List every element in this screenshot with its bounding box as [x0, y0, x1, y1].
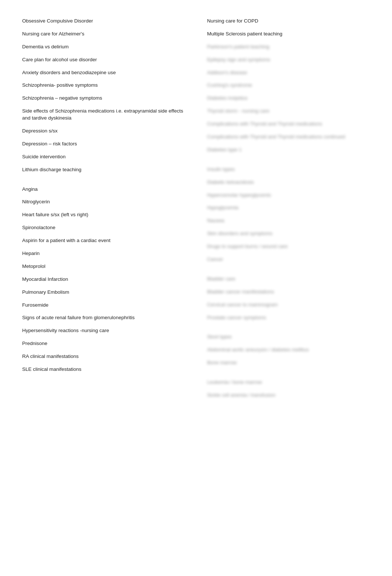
list-item[interactable]: Thyroid storm - nursing care	[207, 105, 370, 118]
list-item[interactable]: Side effects of Schizophrenia medication…	[22, 105, 185, 125]
list-item[interactable]: Bladder care	[207, 273, 370, 286]
spacer	[207, 324, 370, 331]
list-item[interactable]: Aspirin for a patient with a cardiac eve…	[22, 234, 185, 247]
list-item[interactable]: Sickle cell anemia / transfusion	[207, 389, 370, 402]
list-item[interactable]: Nausea	[207, 214, 370, 227]
list-item[interactable]: Complications with Thyroid and Thyroid m…	[207, 131, 370, 144]
spacer	[207, 266, 370, 273]
spacer	[207, 369, 370, 376]
list-item[interactable]: Prednisone	[22, 337, 185, 350]
list-item[interactable]: Care plan for alcohol use disorder	[22, 54, 185, 66]
list-item[interactable]: Bone marrow	[207, 356, 370, 369]
list-item[interactable]: Lithium discharge teaching	[22, 163, 185, 176]
list-item[interactable]: Diabetes type 1	[207, 144, 370, 156]
list-item[interactable]: Nursing care for COPD	[207, 15, 370, 28]
spacer	[207, 156, 370, 163]
list-item[interactable]: Depression – risk factors	[22, 138, 185, 151]
list-item[interactable]: Complications with Thyroid and Thyroid m…	[207, 118, 370, 131]
list-item[interactable]: Epilepsy sign and symptoms	[207, 54, 370, 66]
list-item[interactable]: Addison's disease	[207, 66, 370, 79]
right-column: Nursing care for COPDMultiple Sclerosis …	[196, 15, 370, 402]
list-item[interactable]: Cervical cancer to mammogram	[207, 299, 370, 311]
list-item[interactable]: Metoprolol	[22, 260, 185, 273]
list-item[interactable]: Hypersensitivity reactions -nursing care	[22, 324, 185, 337]
list-item[interactable]: Cushing's syndrome	[207, 79, 370, 92]
list-item[interactable]: Parkinson's patient teaching	[207, 41, 370, 54]
list-item[interactable]: Anxiety disorders and benzodiazepine use	[22, 66, 185, 79]
list-item[interactable]: RA clinical manifestations	[22, 350, 185, 363]
spacer	[22, 176, 185, 183]
list-item[interactable]: Suicide intervention	[22, 151, 185, 163]
left-column: Obsessive Compulsive DisorderNursing car…	[22, 15, 196, 402]
list-item[interactable]: Pulmonary Embolism	[22, 286, 185, 299]
list-item[interactable]: Spironolactone	[22, 221, 185, 234]
list-item[interactable]: Nursing care for Alzheimer's	[22, 28, 185, 41]
list-item[interactable]: Signs of acute renal failure from glomer…	[22, 311, 185, 324]
list-item[interactable]: Hypoglycemia	[207, 201, 370, 214]
list-item[interactable]: Schizophrenia – negative symptoms	[22, 92, 185, 105]
list-item[interactable]: Myocardial Infarction	[22, 273, 185, 286]
list-item[interactable]: Prostate cancer symptoms	[207, 311, 370, 324]
list-item[interactable]: Depression s/sx	[22, 125, 185, 138]
list-item[interactable]: Dementia vs delirium	[22, 41, 185, 54]
list-item[interactable]: Schizophrenia- positive symptoms	[22, 79, 185, 92]
list-item[interactable]: Furosemide	[22, 299, 185, 312]
list-item[interactable]: Obsessive Compulsive Disorder	[22, 15, 185, 28]
list-item[interactable]: Abdominal aortic aneurysm / diabetes mel…	[207, 344, 370, 356]
list-item[interactable]: Diabetic ketoacidosis	[207, 176, 370, 189]
list-item[interactable]: Drugs to support burns / wound care	[207, 240, 370, 253]
list-item[interactable]: Nitroglycerin	[22, 196, 185, 208]
list-item[interactable]: Bladder cancer manifestations	[207, 286, 370, 299]
list-item[interactable]: Hyperosmolar hyperglycemic	[207, 189, 370, 202]
list-item[interactable]: Insulin types	[207, 163, 370, 176]
list-item[interactable]: Leukemia / bone marrow	[207, 376, 370, 389]
list-item[interactable]: SLE clinical manifestations	[22, 363, 185, 376]
list-item[interactable]: Heart failure s/sx (left vs right)	[22, 208, 185, 221]
page-layout: Obsessive Compulsive DisorderNursing car…	[0, 0, 392, 417]
list-item[interactable]: Stool types	[207, 331, 370, 344]
list-item[interactable]: Angina	[22, 183, 185, 196]
list-item[interactable]: Cancer	[207, 253, 370, 266]
list-item[interactable]: Multiple Sclerosis patient teaching	[207, 28, 370, 41]
list-item[interactable]: Heparin	[22, 247, 185, 260]
list-item[interactable]: Skin disorders and symptoms	[207, 227, 370, 240]
list-item[interactable]: Diabetes insipidus	[207, 92, 370, 105]
